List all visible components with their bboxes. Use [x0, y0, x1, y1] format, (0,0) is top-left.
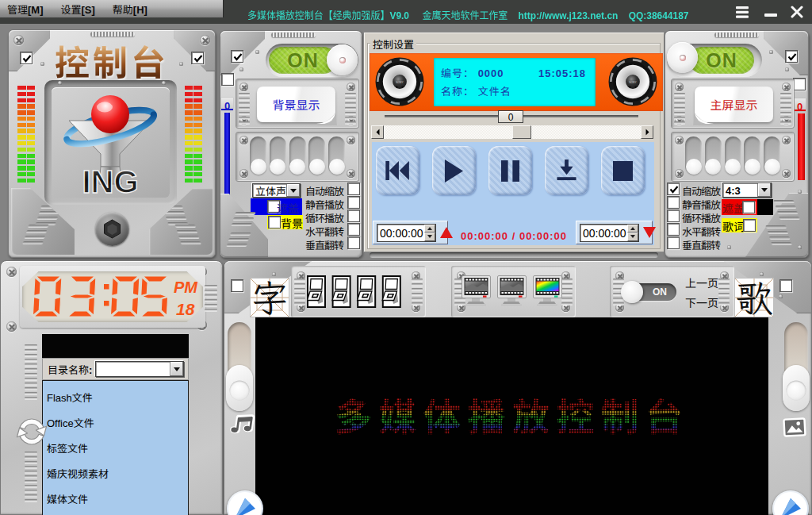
dropdown-arrow-icon	[757, 183, 771, 197]
next-page-label[interactable]: 下一页	[685, 294, 718, 310]
decor: 0000	[478, 65, 504, 80]
pause-button[interactable]	[488, 146, 532, 195]
decor	[226, 244, 247, 247]
option-checkbox[interactable]	[347, 183, 360, 195]
left-side-knob[interactable]	[226, 365, 253, 411]
previous-button[interactable]	[376, 146, 419, 195]
refresh-icon[interactable]	[13, 414, 50, 449]
decor	[25, 494, 37, 497]
scroll-thumb[interactable]	[512, 125, 531, 139]
prev-page-label[interactable]: 上一页	[685, 275, 718, 290]
menu-help[interactable]: 帮助[H]	[113, 2, 147, 17]
console-left-checkbox[interactable]	[20, 52, 33, 64]
end-time-spinner[interactable]: 00:00:00	[580, 224, 639, 242]
decor	[294, 288, 305, 290]
decor	[25, 392, 37, 394]
mark-end-icon[interactable]	[643, 227, 656, 238]
menu-settings[interactable]: 设置[S]	[61, 2, 95, 17]
right-panel-checkbox2[interactable]	[793, 78, 806, 90]
decor	[25, 490, 37, 492]
left-panel-checkbox[interactable]	[231, 50, 243, 63]
display-panel: 字	[224, 260, 812, 515]
left-panel-checkbox2[interactable]	[221, 73, 234, 86]
aspect-ratio-dropdown[interactable]: 4:3	[722, 183, 772, 198]
rivet-icon	[798, 190, 802, 194]
console-right-checkbox[interactable]	[191, 52, 204, 64]
decor	[205, 285, 217, 287]
display-right-checkbox[interactable]	[779, 279, 792, 292]
directory-item[interactable]: 婚庆视频素材	[43, 462, 188, 487]
picture-icon[interactable]	[782, 415, 807, 440]
load-button[interactable]	[545, 146, 588, 195]
main-display-button[interactable]: 主屏显示	[695, 86, 773, 122]
right-corner-button[interactable]	[772, 490, 809, 515]
background-display-button[interactable]: 背景显示	[257, 86, 335, 122]
option-checkbox[interactable]	[667, 236, 680, 249]
option-checkbox[interactable]	[667, 209, 680, 222]
eq-sliders[interactable]	[685, 136, 780, 175]
decor	[25, 373, 37, 375]
option-checkbox[interactable]	[347, 209, 360, 222]
text-mode-button[interactable]: 字	[251, 279, 289, 317]
lyrics-checkbox[interactable]	[743, 219, 756, 232]
menu-hamburger-icon[interactable]	[736, 6, 749, 18]
decor	[174, 225, 196, 228]
directory-item[interactable]: 标签文件	[43, 436, 188, 462]
decor	[17, 117, 26, 121]
scroll-left-button[interactable]	[371, 125, 384, 139]
minimize-button[interactable]	[764, 13, 777, 17]
play-button[interactable]	[432, 146, 476, 195]
option-checkbox[interactable]	[667, 183, 680, 195]
decor	[718, 288, 730, 290]
left-corner-button[interactable]	[227, 490, 263, 515]
toggle-switch-icons[interactable]	[307, 275, 401, 308]
decor	[185, 110, 193, 114]
control-settings-panel: 控制设置 编号： 0000 15:05:18 名称： 文件名 0	[363, 32, 665, 252]
audio-mode-dropdown[interactable]: 立体声	[252, 183, 301, 198]
background-checkbox[interactable]	[268, 216, 281, 229]
directory-dropdown[interactable]	[95, 361, 184, 377]
page-group: ON 上一页 下一页	[610, 266, 734, 317]
vent-grille	[162, 206, 189, 225]
right-side-knob[interactable]	[783, 365, 810, 411]
scroll-right-button[interactable]	[641, 125, 653, 139]
right-on-knob[interactable]	[667, 42, 698, 73]
decor	[345, 102, 356, 105]
option-checkbox[interactable]	[347, 223, 360, 236]
music-icon[interactable]	[228, 412, 255, 439]
option-checkbox[interactable]	[667, 223, 680, 236]
page-toggle[interactable]: ON	[623, 283, 676, 301]
scrollbar[interactable]	[371, 125, 653, 139]
decor	[17, 129, 26, 133]
decor	[718, 283, 730, 286]
close-button[interactable]	[791, 6, 803, 18]
decor	[185, 92, 193, 96]
directory-item[interactable]: Flash文件	[43, 386, 188, 411]
seek-thumb[interactable]: 0	[498, 110, 523, 123]
menu-manage[interactable]: 管理[M]	[7, 2, 44, 17]
song-mode-button[interactable]: 歌	[735, 279, 773, 317]
directory-item[interactable]: Office文件	[43, 411, 188, 436]
display-left-checkbox[interactable]	[231, 279, 243, 292]
option-checkbox[interactable]	[667, 196, 680, 209]
right-panel-checkbox[interactable]	[785, 50, 798, 63]
option-checkbox[interactable]	[347, 196, 360, 209]
eq-sliders[interactable]	[250, 136, 345, 175]
left-on-knob[interactable]	[327, 44, 358, 75]
right-on-toggle[interactable]: ON	[689, 47, 754, 74]
mask-checkbox-r[interactable]	[742, 201, 755, 213]
monitor-icons[interactable]	[462, 275, 565, 309]
bolt-button[interactable]	[95, 212, 129, 246]
directory-row: 目录名称:	[42, 358, 189, 380]
directory-item[interactable]: 媒体文件	[43, 487, 188, 513]
slider-bank-frame	[671, 132, 795, 182]
option-checkbox[interactable]	[347, 236, 360, 249]
right-volume-slider[interactable]	[798, 113, 805, 180]
decor	[771, 242, 792, 245]
background-box: 背景	[267, 215, 303, 229]
group-title: 控制设置	[370, 37, 416, 52]
directory-label: 目录名称:	[48, 362, 92, 377]
console-title: 控制台	[9, 35, 215, 86]
stop-button[interactable]	[601, 146, 645, 195]
directory-list[interactable]: Flash文件Office文件标签文件婚庆视频素材媒体文件	[42, 380, 189, 515]
